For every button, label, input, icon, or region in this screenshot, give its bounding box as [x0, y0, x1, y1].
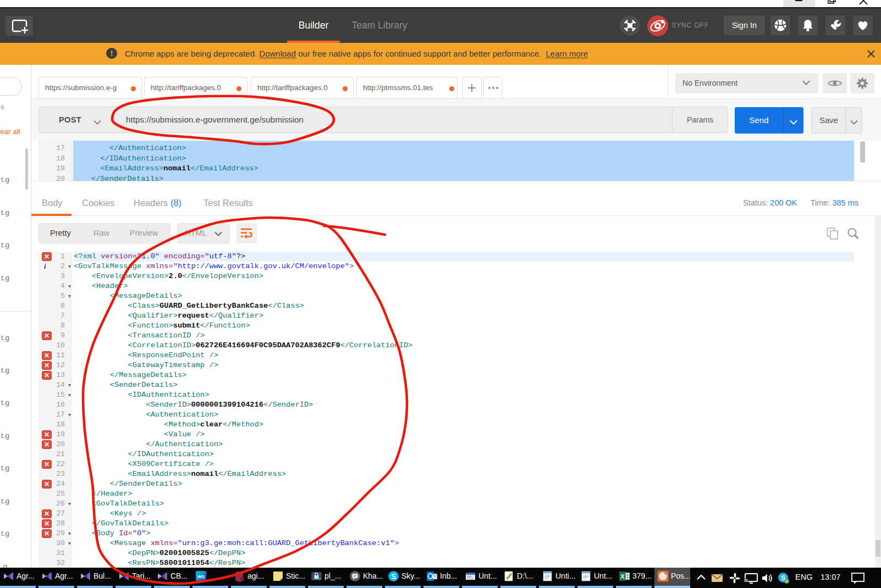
svg-text:WS: WS — [197, 574, 205, 579]
svg-text:X: X — [620, 573, 625, 580]
svg-text:S: S — [391, 572, 396, 581]
